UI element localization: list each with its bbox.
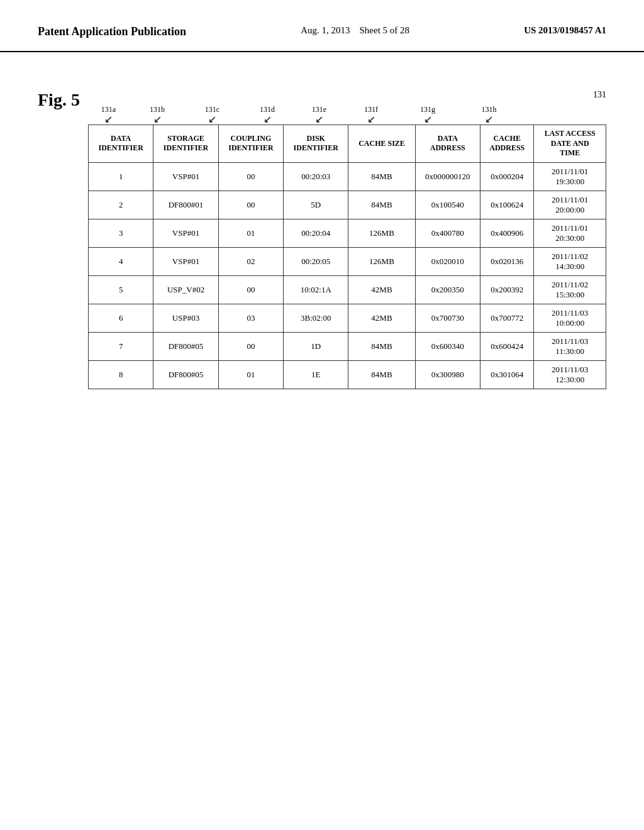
table-cell: 00 bbox=[218, 275, 283, 304]
table-cell: 8 bbox=[89, 360, 153, 389]
table-cell: 0x300980 bbox=[415, 360, 480, 389]
ref-131b: 131b ↙ bbox=[129, 105, 186, 124]
ref-131: 131 bbox=[593, 90, 606, 100]
col-header-data-id: DATAIDENTIFIER bbox=[89, 125, 153, 163]
table-cell: DF800#05 bbox=[153, 332, 218, 360]
table-cell: 0x100624 bbox=[480, 191, 534, 219]
table-cell: 01 bbox=[218, 360, 283, 389]
table-cell: 0x301064 bbox=[480, 360, 534, 389]
table-cell: 84MB bbox=[348, 191, 415, 219]
table-cell: 7 bbox=[89, 332, 153, 360]
publication-date: Aug. 1, 2013 bbox=[301, 25, 350, 35]
table-cell: 1D bbox=[284, 332, 348, 360]
table-row: 8DF800#05011E84MB0x3009800x3010642011/11… bbox=[89, 360, 606, 389]
table-cell: DF800#01 bbox=[153, 191, 218, 219]
ref-131d: 131d ↙ bbox=[239, 105, 296, 124]
table-row: 7DF800#05001D84MB0x6003400x6004242011/11… bbox=[89, 332, 606, 360]
ref-131c: 131c ↙ bbox=[186, 105, 239, 124]
table-cell: 4 bbox=[89, 247, 153, 275]
patent-number: US 2013/0198457 A1 bbox=[524, 25, 606, 36]
ref-131h: 131h ↙ bbox=[456, 105, 522, 124]
table-cell: 01 bbox=[218, 219, 283, 247]
table-cell: 2 bbox=[89, 191, 153, 219]
table-cell: 3 bbox=[89, 219, 153, 247]
header-title: Patent Application Publication bbox=[38, 25, 186, 38]
table-cell: 2011/11/0119:30:00 bbox=[534, 162, 606, 191]
ref-131g: 131g ↙ bbox=[399, 105, 456, 124]
table-cell: 0x700772 bbox=[480, 304, 534, 332]
table-cell: 0x600424 bbox=[480, 332, 534, 360]
table-cell: 0x020010 bbox=[415, 247, 480, 275]
table-cell: 1E bbox=[284, 360, 348, 389]
figure-label: Fig. 5 bbox=[38, 90, 80, 110]
col-header-data-addr: DATAADDRESS bbox=[415, 125, 480, 163]
table-cell: 0x600340 bbox=[415, 332, 480, 360]
table-cell: 2011/11/0120:00:00 bbox=[534, 191, 606, 219]
data-table-wrapper: 131 131a ↙ 131b ↙ 131c ↙ 131d ↙ bbox=[88, 90, 606, 389]
table-cell: VSP#01 bbox=[153, 162, 218, 191]
table-cell: VSP#01 bbox=[153, 219, 218, 247]
table-row: 2DF800#01005D84MB0x1005400x1006242011/11… bbox=[89, 191, 606, 219]
table-cell: 0x400780 bbox=[415, 219, 480, 247]
col-header-last-access: LAST ACCESSDATE ANDTIME bbox=[534, 125, 606, 163]
sheet-info: Sheet 5 of 28 bbox=[359, 25, 409, 35]
table-cell: 2011/11/0311:30:00 bbox=[534, 332, 606, 360]
table-cell: 10:02:1A bbox=[284, 275, 348, 304]
table-cell: 02 bbox=[218, 247, 283, 275]
table-cell: 00:20:04 bbox=[284, 219, 348, 247]
table-row: 5USP_V#020010:02:1A42MB0x2003500x2003922… bbox=[89, 275, 606, 304]
table-cell: 0x200350 bbox=[415, 275, 480, 304]
table-cell: 00:20:03 bbox=[284, 162, 348, 191]
table-row: 3VSP#010100:20:04126MB0x4007800x40090620… bbox=[89, 219, 606, 247]
header-info: Aug. 1, 2013 Sheet 5 of 28 bbox=[301, 25, 409, 36]
col-header-storage-id: STORAGEIDENTIFIER bbox=[153, 125, 218, 163]
table-cell: USP#03 bbox=[153, 304, 218, 332]
table-row: 4VSP#010200:20:05126MB0x0200100x02013620… bbox=[89, 247, 606, 275]
table-cell: 42MB bbox=[348, 304, 415, 332]
col-header-cache-addr: CACHEADDRESS bbox=[480, 125, 534, 163]
table-cell: 00 bbox=[218, 191, 283, 219]
table-row: 6USP#03033B:02:0042MB0x7007300x700772201… bbox=[89, 304, 606, 332]
table-cell: 00 bbox=[218, 162, 283, 191]
table-cell: 6 bbox=[89, 304, 153, 332]
ref-131f: 131f ↙ bbox=[343, 105, 399, 124]
table-cell: 126MB bbox=[348, 247, 415, 275]
table-cell: 84MB bbox=[348, 360, 415, 389]
col-header-coupling-id: COUPLINGIDENTIFIER bbox=[218, 125, 283, 163]
table-cell: VSP#01 bbox=[153, 247, 218, 275]
table-cell: 0x200392 bbox=[480, 275, 534, 304]
table-cell: 0x020136 bbox=[480, 247, 534, 275]
table-cell: 0x400906 bbox=[480, 219, 534, 247]
table-cell: 2011/11/0214:30:00 bbox=[534, 247, 606, 275]
col-header-disk-id: DISKIDENTIFIER bbox=[284, 125, 348, 163]
table-cell: 3B:02:00 bbox=[284, 304, 348, 332]
table-cell: 42MB bbox=[348, 275, 415, 304]
table-cell: 2011/11/0215:30:00 bbox=[534, 275, 606, 304]
table-cell: 84MB bbox=[348, 332, 415, 360]
table-cell: 126MB bbox=[348, 219, 415, 247]
ref-131a: 131a ↙ bbox=[88, 105, 129, 124]
table-cell: 5D bbox=[284, 191, 348, 219]
table-row: 1VSP#010000:20:0384MB0x0000001200x000204… bbox=[89, 162, 606, 191]
table-cell: DF800#05 bbox=[153, 360, 218, 389]
table-cell: 00 bbox=[218, 332, 283, 360]
ref-131e: 131e ↙ bbox=[296, 105, 343, 124]
table-cell: 2011/11/0312:30:00 bbox=[534, 360, 606, 389]
main-table: DATAIDENTIFIER STORAGEIDENTIFIER COUPLIN… bbox=[88, 124, 606, 389]
table-header-row: DATAIDENTIFIER STORAGEIDENTIFIER COUPLIN… bbox=[89, 125, 606, 163]
table-cell: 0x000000120 bbox=[415, 162, 480, 191]
table-cell: 84MB bbox=[348, 162, 415, 191]
table-cell: USP_V#02 bbox=[153, 275, 218, 304]
table-cell: 03 bbox=[218, 304, 283, 332]
table-cell: 0x100540 bbox=[415, 191, 480, 219]
table-cell: 0x000204 bbox=[480, 162, 534, 191]
col-header-cache-size: CACHE SIZE bbox=[348, 125, 415, 163]
table-cell: 2011/11/0120:30:00 bbox=[534, 219, 606, 247]
table-cell: 5 bbox=[89, 275, 153, 304]
table-cell: 00:20:05 bbox=[284, 247, 348, 275]
table-cell: 1 bbox=[89, 162, 153, 191]
table-cell: 2011/11/0310:00:00 bbox=[534, 304, 606, 332]
table-cell: 0x700730 bbox=[415, 304, 480, 332]
